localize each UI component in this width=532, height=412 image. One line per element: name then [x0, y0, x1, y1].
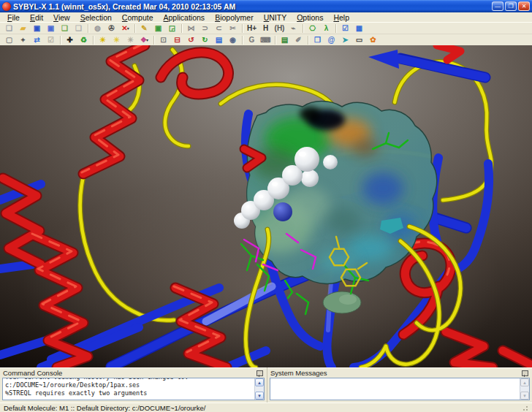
view-in-frame-button[interactable]: ▣: [151, 23, 165, 34]
command-console-scrollbar[interactable]: ▲ ▼: [254, 378, 264, 400]
sybyl-logo-icon: [2, 2, 11, 11]
zoom-box-button[interactable]: ⊡: [156, 34, 170, 46]
open-folder-button[interactable]: ▰: [16, 23, 30, 34]
view-in-frame-icon: ▣: [155, 25, 162, 32]
viewport-3d[interactable]: [0, 45, 532, 367]
graphics-paint-button[interactable]: ✿: [366, 34, 380, 46]
menu-options[interactable]: Options: [292, 13, 328, 22]
menu-edit[interactable]: Edit: [25, 13, 48, 22]
sketch-molecule-icon: ✎: [141, 25, 147, 32]
refresh-view-button[interactable]: ⇄: [30, 34, 44, 46]
console-line: %STREQL requires exactly two arguments: [5, 389, 252, 397]
console-window-button[interactable]: @: [324, 34, 338, 46]
extract-molecule-icon: ⊃: [202, 25, 208, 32]
hydrogens-button[interactable]: H: [259, 23, 273, 34]
molecule-scene: [0, 45, 532, 367]
panel-settings-button[interactable]: ▤: [278, 34, 292, 46]
save-icon: ▣: [34, 25, 40, 32]
add-hydrogens-button[interactable]: H+: [245, 23, 259, 34]
system-messages-header: System Messages: [267, 367, 532, 378]
send-view-button[interactable]: ➤: [338, 34, 352, 46]
extract-molecule-button[interactable]: ⊃: [198, 23, 212, 34]
menu-applications[interactable]: Applications: [158, 13, 210, 22]
import-file-button[interactable]: ❏: [58, 23, 72, 34]
system-messages-body[interactable]: ▲ ▼: [270, 378, 530, 400]
monitor-share-button[interactable]: ▭: [352, 34, 366, 46]
export-file-button[interactable]: ❏: [72, 23, 86, 34]
command-console-body[interactable]: Your current viewing history has been ch…: [2, 378, 265, 400]
add-hydrogens-icon: H+: [247, 25, 256, 32]
resize-grip[interactable]: [521, 405, 528, 411]
render-sphere-icon: ◉: [229, 37, 236, 44]
light-on-button[interactable]: ☀: [110, 34, 123, 46]
zoom-out-button[interactable]: ⊟: [170, 34, 184, 46]
pin-icon[interactable]: [522, 370, 528, 376]
recycle-rotate-button[interactable]: ♻: [77, 34, 91, 46]
restore-button[interactable]: ❐: [505, 1, 517, 11]
build-ring-button[interactable]: ⎔: [305, 23, 319, 34]
swap-rotate-icon: ↻: [202, 37, 208, 44]
scroll-up-icon[interactable]: ▲: [255, 378, 264, 386]
zoom-out-icon: ⊟: [174, 37, 180, 44]
merge-molecules-button[interactable]: ⋈: [184, 23, 198, 34]
probe-tool-button[interactable]: ⌁: [286, 23, 300, 34]
table-checked-icon: ☑: [342, 25, 349, 32]
sketch-molecule-button[interactable]: ✎: [137, 23, 151, 34]
fit-in-frame-button[interactable]: ◲: [165, 23, 179, 34]
console-line: c:/DOCUME~1/orourke/Desktop/1pax.ses: [5, 381, 252, 389]
windows-stack-button[interactable]: ❐: [311, 34, 324, 46]
dropdown-caret-icon: ▾: [146, 37, 148, 42]
pin-icon[interactable]: [256, 370, 263, 376]
apply-check-button[interactable]: ☑: [44, 34, 58, 46]
menu-selection[interactable]: Selection: [75, 13, 117, 22]
measure-tool-button[interactable]: ✐: [292, 34, 305, 46]
command-console-header: Command Console: [0, 367, 267, 378]
save-as-button[interactable]: ▣: [44, 23, 58, 34]
scroll-down-icon[interactable]: ▼: [255, 392, 264, 400]
delete-molecule-button[interactable]: ✕▾: [118, 23, 132, 34]
mouse-settings-button[interactable]: ⌨: [259, 34, 273, 46]
light-off-button[interactable]: ☀: [123, 34, 137, 46]
data-table-button[interactable]: ▦: [352, 23, 366, 34]
close-button[interactable]: ✕: [518, 1, 530, 11]
menu-help[interactable]: Help: [328, 13, 354, 22]
scroll-down-icon[interactable]: ▼: [520, 392, 529, 400]
menu-file[interactable]: File: [2, 13, 25, 22]
light-off-icon: ☀: [127, 37, 134, 44]
display-style-button[interactable]: ▢: [2, 34, 16, 46]
system-messages-panel: System Messages ▲ ▼: [267, 367, 532, 403]
gasteiger-label-button[interactable]: G: [245, 34, 259, 46]
render-sphere-button[interactable]: ◉: [226, 34, 240, 46]
menu-unity[interactable]: UNITY: [259, 13, 292, 22]
menu-view[interactable]: View: [48, 13, 75, 22]
split-molecule-button[interactable]: ⊂: [212, 23, 226, 34]
undo-rotate-button[interactable]: ↺: [184, 34, 198, 46]
hide-hydrogens-button[interactable]: (H): [273, 23, 286, 34]
fit-selection-button[interactable]: ⌖: [16, 34, 30, 46]
mouse-settings-icon: ⌨: [260, 37, 270, 44]
minimize-button[interactable]: —: [492, 1, 503, 11]
capture-sphere-button[interactable]: ◍: [91, 23, 104, 34]
table-checked-button[interactable]: ☑: [338, 23, 352, 34]
screenshot-camera-button[interactable]: ✇: [104, 23, 118, 34]
new-file-button[interactable]: ❏: [2, 23, 16, 34]
menu-compute[interactable]: Compute: [117, 13, 159, 22]
save-button[interactable]: ▣: [30, 23, 44, 34]
break-bond-icon: ✂: [229, 25, 235, 32]
screen-image-button[interactable]: ▤: [212, 34, 226, 46]
swap-rotate-button[interactable]: ↻: [198, 34, 212, 46]
title-bar[interactable]: SYBYL-X 1.1 (winnt_os5x), Created Mar 04…: [0, 0, 532, 12]
color-palette-button[interactable]: ❖▾: [137, 34, 151, 46]
scroll-up-icon[interactable]: ▲: [520, 378, 529, 386]
toolbar-separator: [179, 24, 184, 33]
command-console-text[interactable]: Your current viewing history has been ch…: [3, 378, 254, 400]
menu-biopolymer[interactable]: Biopolymer: [210, 13, 259, 22]
lasso-select-button[interactable]: λ: [319, 23, 333, 34]
build-ring-icon: ⎔: [309, 25, 316, 32]
monitor-share-icon: ▭: [356, 37, 362, 44]
break-bond-button[interactable]: ✂: [226, 23, 240, 34]
translate-tool-button[interactable]: ✚: [63, 34, 77, 46]
system-messages-scrollbar[interactable]: ▲ ▼: [520, 378, 529, 400]
toolbar-separator: [273, 36, 278, 45]
add-light-button[interactable]: ☀: [96, 34, 110, 46]
